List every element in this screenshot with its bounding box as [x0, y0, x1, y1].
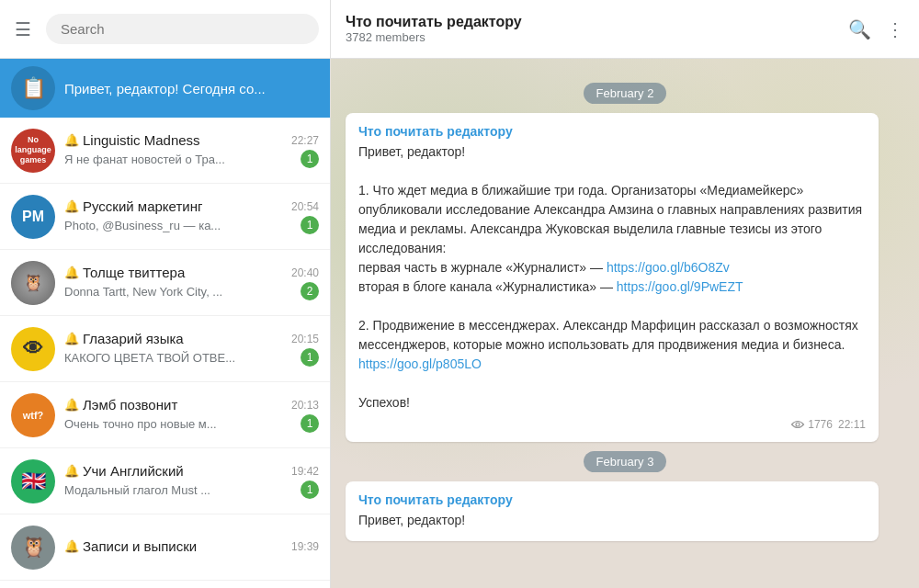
avatar: Nolanguagegames — [11, 129, 55, 173]
chat-area: Что почитать редактору 3782 members 🔍 ⋮ … — [331, 0, 919, 588]
chat-name: 🔔 Лэмб позвонит — [64, 397, 177, 413]
channel-icon: 🔔 — [64, 266, 79, 279]
chat-name: 🔔 Глазарий языка — [64, 331, 184, 346]
chat-name: 🔔 Записи и выписки — [64, 538, 197, 554]
list-item[interactable]: wtf? 🔔 Лэмб позвонит 20:13 Очень точно п… — [0, 382, 330, 448]
chat-name: 🔔 Толще твиттера — [64, 265, 185, 280]
date-badge: February 3 — [584, 451, 667, 472]
message-bubble: Что почитать редактору Привет, редактор!… — [346, 113, 879, 442]
unread-badge: 2 — [301, 282, 319, 300]
chat-preview: Photo, @Business_ru — ка... — [64, 219, 295, 232]
date-badge: February 2 — [584, 83, 667, 104]
search-icon[interactable]: 🔍 — [848, 18, 871, 40]
channel-icon: 🔔 — [64, 539, 79, 553]
chat-preview: КАКОГО ЦВЕТА ТВОЙ ОТВЕ... — [64, 351, 295, 365]
list-item[interactable]: PM 🔔 Русский маркетинг 20:54 Photo, @Bus… — [0, 184, 330, 250]
chat-title: Что почитать редактору — [346, 14, 848, 30]
list-item[interactable]: 👁 🔔 Глазарий языка 20:15 КАКОГО ЦВЕТА ТВ… — [0, 316, 330, 382]
chat-header: Что почитать редактору 3782 members 🔍 ⋮ — [331, 0, 919, 59]
channel-icon: 🔔 — [64, 332, 79, 345]
unread-badge: 1 — [301, 216, 319, 234]
date-separator-feb3: February 3 — [346, 451, 904, 472]
chat-header-icons: 🔍 ⋮ — [848, 18, 904, 40]
message-bubble-2: Что почитать редактору Привет, редактор! — [346, 481, 879, 541]
chat-subtitle: 3782 members — [346, 30, 848, 44]
pinned-chat-item[interactable]: 📋 Привет, редактор! Сегодня со... — [0, 59, 330, 118]
message-text: Привет, редактор! 1. Что ждет медиа в бл… — [358, 142, 866, 413]
views-icon — [790, 420, 805, 429]
chat-info: 🔔 Русский маркетинг 20:54 Photo, @Busine… — [64, 198, 319, 234]
channel-icon: 🔔 — [64, 133, 79, 147]
chat-messages: February 2 Что почитать редактору Привет… — [331, 59, 919, 588]
avatar: 🇬🇧 — [11, 459, 55, 503]
unread-badge: 1 — [301, 414, 319, 433]
chat-time: 20:15 — [291, 333, 319, 345]
chat-name: 🔔 Учи Английский — [64, 463, 184, 479]
chat-info: 🔔 Толще твиттера 20:40 Donna Tartt, New … — [64, 265, 319, 300]
pinned-text: Привет, редактор! Сегодня со... — [64, 81, 319, 96]
chat-name: 🔔 Русский маркетинг — [64, 198, 202, 214]
chat-time: 20:54 — [291, 200, 319, 213]
more-icon[interactable]: ⋮ — [886, 18, 904, 40]
sidebar: ☰ 📋 Привет, редактор! Сегодня со... Nola… — [0, 0, 331, 588]
chat-time: 19:39 — [291, 540, 319, 553]
list-item[interactable]: 🦉 🔔 Записи и выписки 19:39 — [0, 514, 330, 581]
link-3[interactable]: https://goo.gl/p805LO — [358, 356, 482, 371]
chat-info: 🔔 Linguistic Madness 22:27 Я не фанат но… — [64, 132, 319, 168]
message-sender: Что почитать редактору — [358, 124, 866, 139]
channel-icon: 🔔 — [64, 398, 79, 412]
chat-header-info: Что почитать редактору 3782 members — [346, 14, 848, 44]
chat-preview: Я не фанат новостей о Тра... — [64, 153, 295, 166]
chat-name: 🔔 Linguistic Madness — [64, 132, 200, 148]
sidebar-header: ☰ — [0, 0, 330, 59]
avatar: 🦉 — [11, 526, 55, 570]
chat-time: 20:13 — [291, 399, 319, 412]
list-item[interactable]: 🦉 🔔 Толще твиттера 20:40 Donna Tartt, Ne… — [0, 250, 330, 316]
channel-icon: 🔔 — [64, 199, 79, 213]
chat-preview: Очень точно про новые м... — [64, 417, 295, 431]
pinned-avatar: 📋 — [11, 66, 55, 110]
unread-badge: 1 — [301, 150, 319, 168]
chat-info: 🔔 Лэмб позвонит 20:13 Очень точно про но… — [64, 397, 319, 433]
message-views: 1776 — [790, 418, 833, 431]
chat-preview: Donna Tartt, New York City, ... — [64, 285, 295, 299]
link-1[interactable]: https://goo.gl/b6O8Zv — [607, 260, 730, 275]
avatar: 👁 — [11, 327, 55, 371]
message-time: 22:11 — [838, 418, 866, 431]
avatar: wtf? — [11, 393, 55, 437]
link-2[interactable]: https://goo.gl/9PwEZT — [617, 279, 743, 294]
list-item[interactable]: Nolanguagegames 🔔 Linguistic Madness 22:… — [0, 118, 330, 184]
date-separator-feb2: February 2 — [346, 83, 904, 104]
unread-badge: 1 — [301, 348, 319, 367]
chat-time: 22:27 — [291, 134, 319, 147]
chat-info: 🔔 Записи и выписки 19:39 — [64, 538, 319, 556]
chat-time: 20:40 — [291, 266, 319, 279]
chat-info: 🔔 Учи Английский 19:42 Модальный глагол … — [64, 463, 319, 499]
hamburger-icon[interactable]: ☰ — [11, 15, 35, 44]
avatar: 🦉 — [11, 261, 55, 305]
avatar: PM — [11, 195, 55, 239]
chat-time: 19:42 — [291, 465, 319, 478]
chat-info: 🔔 Глазарий языка 20:15 КАКОГО ЦВЕТА ТВОЙ… — [64, 331, 319, 367]
message-text-2: Привет, редактор! — [358, 511, 866, 530]
message-footer: 1776 22:11 — [358, 418, 866, 431]
channel-icon: 🔔 — [64, 464, 79, 478]
message-sender-2: Что почитать редактору — [358, 492, 866, 507]
unread-badge: 1 — [301, 481, 319, 499]
svg-point-0 — [796, 423, 800, 426]
search-input[interactable] — [46, 14, 319, 44]
chat-preview: Модальный глагол Must ... — [64, 483, 295, 497]
list-item[interactable]: 🇬🇧 🔔 Учи Английский 19:42 Модальный глаг… — [0, 448, 330, 514]
chat-list: Nolanguagegames 🔔 Linguistic Madness 22:… — [0, 118, 330, 581]
